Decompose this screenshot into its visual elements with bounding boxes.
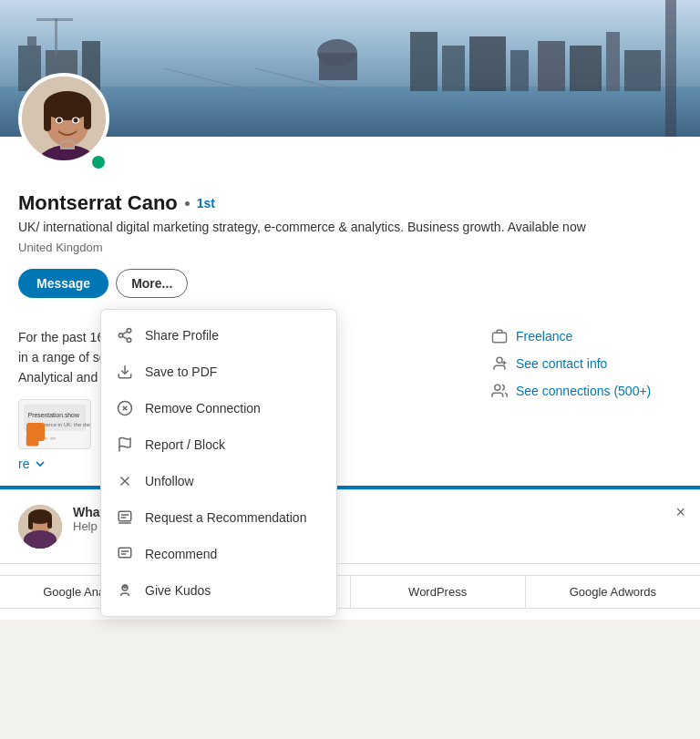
dropdown-menu: Share Profile Save to PDF — [100, 309, 337, 617]
profile-name: Montserrat Cano — [18, 191, 178, 215]
dropdown-label-report: Report / Block — [145, 437, 225, 452]
sidebar-contact[interactable]: See contact info — [490, 354, 682, 373]
recommend-icon — [116, 545, 134, 563]
contact-label: See contact info — [516, 356, 607, 371]
svg-rect-72 — [28, 537, 52, 549]
sidebar-connections[interactable]: See connections (500+) — [490, 382, 682, 400]
profile-location: United Kingdom — [18, 241, 682, 254]
svg-rect-47 — [121, 514, 129, 516]
svg-line-38 — [122, 331, 127, 334]
company-label: Freelance — [516, 329, 572, 344]
more-button[interactable]: More... — [116, 269, 188, 298]
svg-text:Presentation.show: Presentation.show — [28, 412, 79, 418]
svg-rect-14 — [538, 41, 565, 91]
what-avatar — [18, 505, 62, 549]
svg-rect-12 — [469, 36, 506, 91]
profile-sidebar: Freelance See contact info — [490, 327, 682, 471]
svg-rect-13 — [510, 50, 529, 91]
svg-rect-59 — [26, 434, 39, 446]
svg-rect-71 — [47, 516, 52, 529]
dropdown-item-unfollow[interactable]: Unfollow — [101, 463, 336, 499]
connection-badge: 1st — [197, 196, 215, 210]
remove-connection-icon — [116, 399, 134, 417]
dropdown-item-share[interactable]: Share Profile — [101, 317, 336, 354]
svg-rect-52 — [121, 553, 127, 555]
dropdown-label-remove: Remove Connection — [145, 401, 261, 416]
svg-rect-16 — [606, 32, 620, 91]
share-icon — [116, 326, 134, 344]
profile-avatar — [18, 73, 109, 164]
what-avatar-svg — [18, 505, 62, 549]
thumb-svg: Presentation.show Ecommerce in UK: the d… — [19, 399, 90, 449]
sidebar-company[interactable]: Freelance — [490, 327, 682, 345]
dropdown-item-report[interactable]: Report / Block — [101, 426, 336, 463]
svg-point-66 — [495, 385, 500, 390]
profile-name-row: Montserrat Cano 1st — [18, 191, 682, 215]
svg-point-31 — [57, 118, 62, 123]
svg-rect-3 — [27, 36, 36, 50]
dropdown-item-recommend[interactable]: Recommend — [101, 536, 336, 572]
request-recommendation-icon — [116, 508, 134, 527]
actions-row: Message More... Share Profile — [18, 269, 682, 298]
connections-icon — [490, 382, 509, 400]
download-icon — [116, 363, 134, 381]
svg-point-34 — [127, 328, 131, 333]
svg-rect-60 — [42, 436, 47, 439]
svg-rect-61 — [50, 436, 56, 439]
svg-rect-28 — [84, 104, 91, 129]
svg-rect-27 — [44, 104, 51, 131]
dropdown-label-request-recommend: Request a Recommendation — [145, 510, 306, 525]
connection-dot — [185, 201, 190, 206]
svg-rect-18 — [665, 0, 676, 137]
svg-rect-10 — [410, 32, 438, 91]
chevron-down-icon — [33, 457, 47, 471]
svg-rect-50 — [118, 548, 131, 558]
online-indicator — [89, 153, 108, 171]
svg-rect-48 — [121, 517, 127, 518]
svg-rect-46 — [118, 511, 131, 521]
svg-line-37 — [122, 336, 127, 339]
svg-rect-7 — [36, 18, 73, 21]
dropdown-item-request-recommend[interactable]: Request a Recommendation — [101, 499, 336, 536]
profile-card: Montserrat Cano 1st UK/ international di… — [0, 0, 700, 620]
dropdown-label-recommend: Recommend — [145, 547, 217, 561]
svg-text:Ecommerce in UK: the data come: Ecommerce in UK: the data comes in 2015 — [28, 422, 90, 427]
close-button[interactable]: × — [675, 503, 685, 522]
flag-icon — [116, 436, 134, 454]
dropdown-label-unfollow: Unfollow — [145, 474, 194, 488]
profile-headline: UK/ international digital marketing stra… — [18, 219, 682, 237]
dropdown-label-kudos: Give Kudos — [145, 583, 211, 598]
svg-point-54 — [124, 586, 126, 588]
svg-point-32 — [74, 118, 78, 123]
dropdown-label-share: Share Profile — [145, 328, 219, 343]
skill-wordpress[interactable]: WordPress — [350, 575, 525, 609]
svg-point-63 — [497, 357, 502, 363]
svg-rect-51 — [121, 550, 129, 552]
show-all-label: re — [18, 457, 29, 471]
svg-rect-6 — [55, 18, 57, 55]
briefcase-icon — [490, 327, 509, 345]
svg-rect-17 — [624, 50, 661, 91]
connections-label: See connections (500+) — [516, 384, 651, 398]
dropdown-label-pdf: Save to PDF — [145, 364, 217, 379]
dropdown-item-remove[interactable]: Remove Connection — [101, 390, 336, 426]
svg-rect-15 — [570, 46, 602, 91]
svg-rect-62 — [493, 333, 507, 343]
message-button[interactable]: Message — [18, 269, 108, 298]
dropdown-item-kudos[interactable]: Give Kudos — [101, 572, 336, 609]
contact-icon — [490, 354, 509, 373]
svg-point-36 — [127, 338, 131, 343]
svg-rect-11 — [442, 46, 465, 91]
svg-rect-9 — [319, 53, 357, 80]
kudos-icon — [116, 581, 134, 600]
dropdown-item-save-pdf[interactable]: Save to PDF — [101, 354, 336, 390]
featured-thumbnail: Presentation.show Ecommerce in UK: the d… — [18, 399, 91, 449]
skill-google-adwords[interactable]: Google Adwords — [525, 575, 700, 609]
svg-rect-70 — [28, 516, 33, 529]
svg-point-35 — [118, 333, 123, 337]
unfollow-icon — [116, 472, 134, 490]
